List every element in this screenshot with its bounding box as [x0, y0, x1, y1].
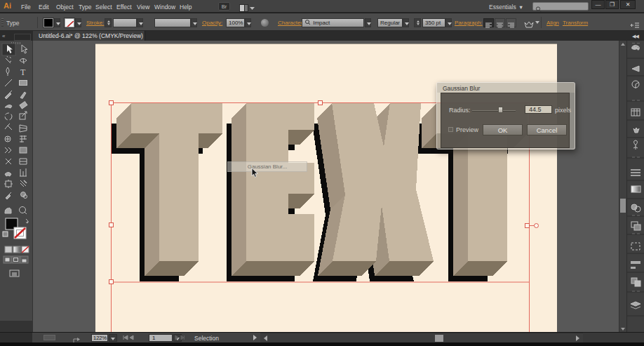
svg-text:T: T	[20, 67, 26, 77]
